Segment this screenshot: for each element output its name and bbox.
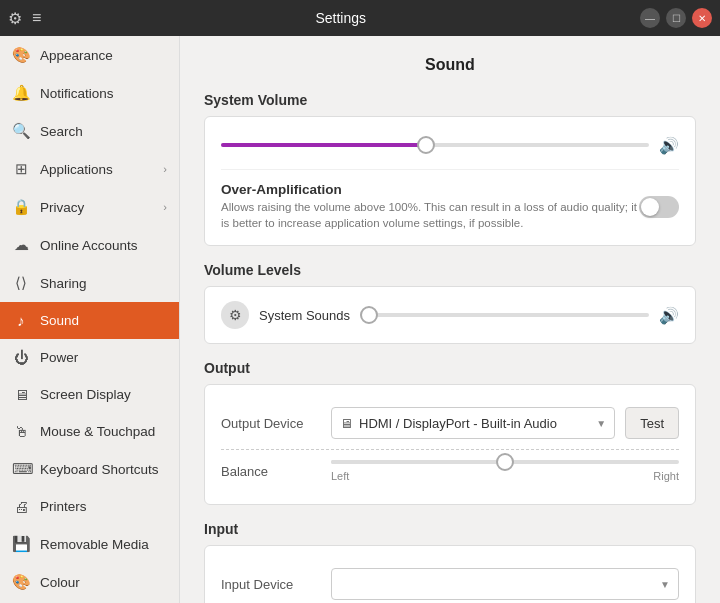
sidebar-icon-appearance: 🎨 — [12, 46, 30, 64]
balance-slider-container[interactable] — [331, 460, 679, 464]
sidebar-label-sharing: Sharing — [40, 276, 87, 291]
output-title: Output — [204, 360, 696, 376]
output-card: Output Device 🖥 HDMI / DisplayPort - Bui… — [204, 384, 696, 505]
window-controls: — ☐ ✕ — [640, 8, 712, 28]
system-sounds-row: ⚙ System Sounds 🔊 — [221, 301, 679, 329]
dropdown-arrow-icon: ▼ — [596, 418, 606, 429]
balance-content: Left Right — [331, 460, 679, 482]
sidebar-icon-sharing: ⟨⟩ — [12, 274, 30, 292]
sidebar: 🎨Appearance🔔Notifications🔍Search⊞Applica… — [0, 36, 180, 603]
sidebar-chevron-privacy: › — [163, 201, 167, 213]
over-amplification-title: Over-Amplification — [221, 182, 639, 197]
sidebar-icon-notifications: 🔔 — [12, 84, 30, 102]
sidebar-item-mouse-touchpad[interactable]: 🖱Mouse & Touchpad — [0, 413, 179, 450]
sidebar-item-sharing[interactable]: ⟨⟩Sharing — [0, 264, 179, 302]
minimize-button[interactable]: — — [640, 8, 660, 28]
sidebar-item-removable-media[interactable]: 💾Removable Media — [0, 525, 179, 563]
output-device-value: HDMI / DisplayPort - Built-in Audio — [359, 416, 596, 431]
input-device-dropdown[interactable]: ▼ — [331, 568, 679, 600]
sidebar-item-notifications[interactable]: 🔔Notifications — [0, 74, 179, 112]
sidebar-item-colour[interactable]: 🎨Colour — [0, 563, 179, 601]
sidebar-item-printers[interactable]: 🖨Printers — [0, 488, 179, 525]
toggle-knob — [641, 198, 659, 216]
sidebar-item-online-accounts[interactable]: ☁Online Accounts — [0, 226, 179, 264]
over-amplification-text: Over-Amplification Allows raising the vo… — [221, 182, 639, 231]
system-volume-card: 🔊 Over-Amplification Allows raising the … — [204, 116, 696, 246]
system-volume-icon[interactable]: 🔊 — [659, 136, 679, 155]
sidebar-icon-removable-media: 💾 — [12, 535, 30, 553]
sidebar-item-screen-display[interactable]: 🖥Screen Display — [0, 376, 179, 413]
balance-track — [331, 460, 679, 464]
monitor-icon: 🖥 — [340, 416, 353, 431]
sidebar-label-keyboard-shortcuts: Keyboard Shortcuts — [40, 462, 159, 477]
output-device-row: Output Device 🖥 HDMI / DisplayPort - Bui… — [221, 399, 679, 447]
sidebar-label-screen-display: Screen Display — [40, 387, 131, 402]
output-device-dropdown[interactable]: 🖥 HDMI / DisplayPort - Built-in Audio ▼ — [331, 407, 615, 439]
system-volume-fill — [221, 143, 426, 147]
sidebar-icon-sound: ♪ — [12, 312, 30, 329]
system-sounds-track — [360, 313, 649, 317]
volume-levels-title: Volume Levels — [204, 262, 696, 278]
output-device-content: 🖥 HDMI / DisplayPort - Built-in Audio ▼ … — [331, 407, 679, 439]
sidebar-item-keyboard-shortcuts[interactable]: ⌨Keyboard Shortcuts — [0, 450, 179, 488]
sidebar-icon-online-accounts: ☁ — [12, 236, 30, 254]
sidebar-icon-privacy: 🔒 — [12, 198, 30, 216]
test-button[interactable]: Test — [625, 407, 679, 439]
sidebar-label-search: Search — [40, 124, 83, 139]
close-button[interactable]: ✕ — [692, 8, 712, 28]
system-sounds-volume-icon[interactable]: 🔊 — [659, 306, 679, 325]
system-sounds-label: System Sounds — [259, 308, 350, 323]
system-sounds-icon: ⚙ — [221, 301, 249, 329]
content-area: Sound System Volume 🔊 Over-Amplification… — [180, 36, 720, 603]
window-title: Settings — [41, 10, 640, 26]
sidebar-chevron-applications: › — [163, 163, 167, 175]
sidebar-label-mouse-touchpad: Mouse & Touchpad — [40, 424, 155, 439]
maximize-button[interactable]: ☐ — [666, 8, 686, 28]
sidebar-label-notifications: Notifications — [40, 86, 114, 101]
sidebar-label-colour: Colour — [40, 575, 80, 590]
titlebar: ⚙ ≡ Settings — ☐ ✕ — [0, 0, 720, 36]
sidebar-icon-search: 🔍 — [12, 122, 30, 140]
sidebar-item-search[interactable]: 🔍Search — [0, 112, 179, 150]
system-volume-track — [221, 143, 649, 147]
sidebar-icon-printers: 🖨 — [12, 498, 30, 515]
input-dropdown-arrow-icon: ▼ — [660, 579, 670, 590]
sidebar-label-printers: Printers — [40, 499, 87, 514]
main-layout: 🎨Appearance🔔Notifications🔍Search⊞Applica… — [0, 36, 720, 603]
output-device-label: Output Device — [221, 416, 331, 431]
balance-row: Balance Left Right — [221, 452, 679, 490]
menu-icon[interactable]: ≡ — [32, 9, 41, 27]
content-title: Sound — [204, 56, 696, 74]
sidebar-icon-mouse-touchpad: 🖱 — [12, 423, 30, 440]
balance-thumb[interactable] — [496, 453, 514, 471]
system-volume-slider-container[interactable] — [221, 135, 649, 155]
over-amplification-row: Over-Amplification Allows raising the vo… — [221, 169, 679, 231]
volume-levels-card: ⚙ System Sounds 🔊 — [204, 286, 696, 344]
sidebar-icon-applications: ⊞ — [12, 160, 30, 178]
balance-right-label: Right — [653, 470, 679, 482]
sidebar-label-online-accounts: Online Accounts — [40, 238, 138, 253]
sidebar-item-power[interactable]: ⏻Power — [0, 339, 179, 376]
system-sounds-slider[interactable] — [360, 305, 649, 325]
sidebar-item-appearance[interactable]: 🎨Appearance — [0, 36, 179, 74]
input-title: Input — [204, 521, 696, 537]
sidebar-item-privacy[interactable]: 🔒Privacy› — [0, 188, 179, 226]
input-device-content: ▼ — [331, 568, 679, 600]
sidebar-label-sound: Sound — [40, 313, 79, 328]
sidebar-item-applications[interactable]: ⊞Applications› — [0, 150, 179, 188]
sidebar-label-power: Power — [40, 350, 78, 365]
sidebar-icon-screen-display: 🖥 — [12, 386, 30, 403]
over-amplification-toggle[interactable] — [639, 196, 679, 218]
balance-fill — [331, 460, 505, 464]
sidebar-icon-power: ⏻ — [12, 349, 30, 366]
system-sounds-thumb[interactable] — [360, 306, 378, 324]
search-icon[interactable]: ⚙ — [8, 9, 22, 28]
sidebar-label-applications: Applications — [40, 162, 113, 177]
input-device-label: Input Device — [221, 577, 331, 592]
sidebar-item-sound[interactable]: ♪Sound — [0, 302, 179, 339]
system-volume-thumb[interactable] — [417, 136, 435, 154]
sidebar-label-appearance: Appearance — [40, 48, 113, 63]
sidebar-label-removable-media: Removable Media — [40, 537, 149, 552]
balance-labels: Left Right — [331, 470, 679, 482]
system-volume-row: 🔊 — [221, 131, 679, 159]
